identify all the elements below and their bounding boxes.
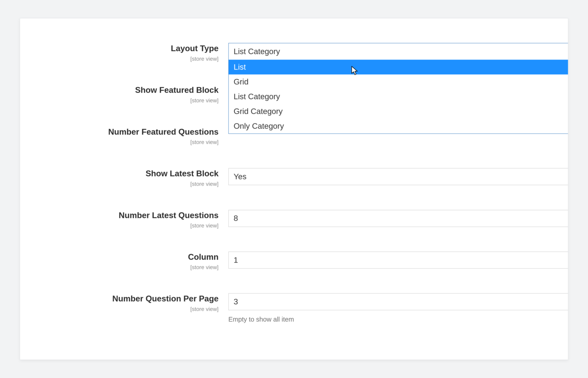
layout-type-dropdown[interactable]: List Grid List Category Grid Category On… [228,60,568,134]
number-question-per-page-input[interactable]: 3 [228,293,568,310]
label-show-latest-block: Show Latest Block [store view] [20,168,220,188]
label-scope: [store view] [20,222,219,230]
number-latest-questions-input[interactable]: 8 [228,210,568,227]
field-show-latest-block: Yes [228,168,568,185]
label-text: Show Latest Block [146,169,219,178]
field-column: 1 [228,252,568,269]
layout-type-value: List Category [234,46,280,57]
layout-type-select[interactable]: List Category [228,43,568,60]
label-text: Number Question Per Page [112,294,219,303]
label-number-featured-questions: Number Featured Questions [store view] [20,126,220,146]
label-column: Column [store view] [20,252,220,271]
label-scope: [store view] [20,264,219,271]
label-scope: [store view] [20,97,219,104]
label-text: Show Featured Block [135,85,219,95]
field-number-latest-questions: 8 [228,210,568,227]
number-question-per-page-hint: Empty to show all item [228,315,568,324]
config-panel: Layout Type [store view] List Category L… [20,18,568,360]
label-text: Number Featured Questions [108,127,219,136]
label-scope: [store view] [20,305,219,313]
label-scope: [store view] [20,180,219,188]
field-number-question-per-page: 3 Empty to show all item [228,293,568,324]
layout-type-option-grid-category[interactable]: Grid Category [229,104,568,119]
label-layout-type: Layout Type [store view] [20,43,220,63]
config-form: Layout Type [store view] List Category L… [20,43,568,324]
number-question-per-page-value: 3 [234,297,238,307]
column-value: 1 [234,255,238,266]
number-latest-questions-value: 8 [234,213,238,224]
show-latest-block-value: Yes [234,171,246,182]
show-latest-block-select[interactable]: Yes [228,168,568,185]
field-layout-type: List Category List Grid List Category Gr… [228,43,568,60]
label-text: Number Latest Questions [119,211,219,220]
layout-type-option-only-category[interactable]: Only Category [229,119,568,134]
label-scope: [store view] [20,138,219,146]
layout-type-option-list[interactable]: List [229,60,568,74]
label-text: Layout Type [171,44,219,53]
label-number-question-per-page: Number Question Per Page [store view] [20,293,220,313]
column-input[interactable]: 1 [228,252,568,269]
label-text: Column [188,252,219,262]
label-show-featured-block: Show Featured Block [store view] [20,85,220,104]
layout-type-option-list-category[interactable]: List Category [229,89,568,104]
label-number-latest-questions: Number Latest Questions [store view] [20,210,220,230]
label-scope: [store view] [20,55,219,63]
layout-type-option-grid[interactable]: Grid [229,74,568,89]
